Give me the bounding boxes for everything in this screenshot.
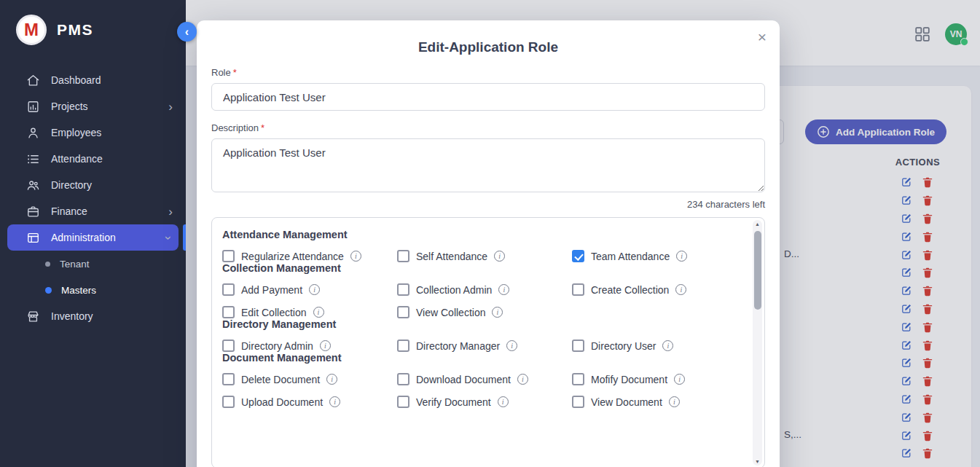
edit-application-role-modal: × Edit-Application Role Role* Descriptio… xyxy=(197,20,780,467)
scrollbar[interactable]: ▲ ▼ xyxy=(753,220,762,466)
role-input[interactable] xyxy=(211,83,765,111)
projects-icon xyxy=(26,100,40,114)
checkbox-add-payment[interactable] xyxy=(222,283,235,296)
checkbox-mofify-document[interactable] xyxy=(572,373,584,385)
sidebar-item-employees[interactable]: Employees xyxy=(0,119,186,146)
description-label: Description* xyxy=(211,122,765,133)
sidebar-item-label: Attendance xyxy=(51,153,103,165)
checkbox-upload-document[interactable] xyxy=(222,396,235,408)
info-icon[interactable]: i xyxy=(313,307,324,318)
required-mark: * xyxy=(233,67,237,78)
checkbox-download-document[interactable] xyxy=(397,373,409,385)
permission-group-title: Document Management xyxy=(222,352,742,364)
permission-item-directory-user: Directory Useri xyxy=(572,340,742,352)
sidebar: M PMS DashboardProjects›EmployeesAttenda… xyxy=(0,0,186,467)
role-label: Role* xyxy=(211,67,765,78)
permission-label: Collection Admin xyxy=(416,284,492,296)
characters-left: 234 characters left xyxy=(211,199,765,210)
sidebar-subitem-label: Masters xyxy=(61,285,96,296)
info-icon[interactable]: i xyxy=(662,340,673,351)
finance-icon xyxy=(26,205,40,219)
permission-label: Mofify Document xyxy=(591,374,667,385)
permission-item-team-attendance: Team Attendancei xyxy=(572,250,742,262)
info-icon[interactable]: i xyxy=(326,374,337,385)
admin-icon xyxy=(26,231,40,245)
info-icon[interactable]: i xyxy=(669,396,680,407)
checkbox-verify-document[interactable] xyxy=(397,396,409,408)
permission-label: Add Payment xyxy=(241,284,302,296)
permission-group-document-management: Document ManagementDelete DocumentiDownl… xyxy=(222,352,742,408)
checkbox-edit-collection[interactable] xyxy=(222,306,235,318)
info-icon[interactable]: i xyxy=(675,284,686,295)
permission-item-create-collection: Create Collectioni xyxy=(572,283,742,296)
permission-group-collection-management: Collection ManagementAdd PaymentiCollect… xyxy=(222,262,742,318)
permission-grid: Regularize AttendanceiSelf AttendanceiTe… xyxy=(222,250,742,262)
permission-group-title: Directory Management xyxy=(222,318,742,330)
sidebar-subitem-tenant[interactable]: Tenant xyxy=(0,251,186,277)
info-icon[interactable]: i xyxy=(492,307,503,318)
info-icon[interactable]: i xyxy=(506,340,517,351)
info-icon[interactable]: i xyxy=(517,374,528,385)
sidebar-item-inventory[interactable]: Inventory xyxy=(0,303,186,329)
checkbox-collection-admin[interactable] xyxy=(397,283,409,296)
permission-label: Self Attendance xyxy=(416,251,487,262)
permissions-panel: Attendance ManagementRegularize Attendan… xyxy=(211,217,765,467)
permission-item-download-document: Download Documenti xyxy=(397,373,568,385)
permission-grid: Add PaymentiCollection AdminiCreate Coll… xyxy=(222,283,742,318)
permission-label: Edit Collection xyxy=(241,307,307,318)
permission-label: Upload Document xyxy=(241,396,323,408)
permission-item-regularize-attendance: Regularize Attendancei xyxy=(222,250,393,262)
info-icon[interactable]: i xyxy=(498,284,509,295)
info-icon[interactable]: i xyxy=(676,251,687,262)
checkbox-directory-manager[interactable] xyxy=(397,340,409,352)
chevron-right-icon: › xyxy=(168,205,173,218)
info-icon[interactable]: i xyxy=(674,374,685,385)
sidebar-collapse-button[interactable]: ‹ xyxy=(177,22,197,42)
description-input[interactable]: Application Test User xyxy=(211,138,765,192)
permission-group-title: Attendance Management xyxy=(222,229,742,240)
permission-group-attendance-management: Attendance ManagementRegularize Attendan… xyxy=(222,229,742,262)
info-icon[interactable]: i xyxy=(498,396,509,407)
info-icon[interactable]: i xyxy=(329,396,340,407)
sidebar-subitem-masters[interactable]: Masters xyxy=(0,277,186,303)
sidebar-item-label: Dashboard xyxy=(51,74,101,86)
sidebar-item-label: Administration xyxy=(51,232,116,243)
sidebar-item-finance[interactable]: Finance› xyxy=(0,198,186,224)
checkbox-create-collection[interactable] xyxy=(572,283,584,296)
person-icon xyxy=(26,126,40,140)
bullet-icon xyxy=(45,262,50,267)
checkbox-directory-admin[interactable] xyxy=(222,340,235,352)
checkbox-team-attendance[interactable] xyxy=(572,250,584,262)
chevron-down-icon: › xyxy=(163,235,176,240)
sidebar-item-administration[interactable]: Administration› xyxy=(7,224,179,251)
app-logo-icon: M xyxy=(16,15,47,45)
checkbox-self-attendance[interactable] xyxy=(397,250,409,262)
required-mark: * xyxy=(261,122,264,133)
info-icon[interactable]: i xyxy=(309,284,320,295)
checkbox-directory-user[interactable] xyxy=(572,340,584,352)
scrollbar-thumb[interactable] xyxy=(754,231,761,310)
sidebar-item-dashboard[interactable]: Dashboard xyxy=(0,67,186,93)
permission-item-directory-manager: Directory Manageri xyxy=(397,340,568,352)
permission-label: Regularize Attendance xyxy=(241,251,344,262)
scroll-down-icon[interactable]: ▼ xyxy=(753,459,762,464)
people-icon xyxy=(26,178,40,192)
scroll-up-icon[interactable]: ▲ xyxy=(753,221,762,227)
info-icon[interactable]: i xyxy=(350,251,361,262)
checkbox-view-collection[interactable] xyxy=(397,306,409,318)
checkbox-view-document[interactable] xyxy=(572,396,584,408)
sidebar-item-projects[interactable]: Projects› xyxy=(0,93,186,119)
checkbox-regularize-attendance[interactable] xyxy=(222,250,235,262)
permission-item-collection-admin: Collection Admini xyxy=(397,283,568,296)
info-icon[interactable]: i xyxy=(494,251,505,262)
permission-label: Delete Document xyxy=(241,374,320,385)
permission-group-directory-management: Directory ManagementDirectory AdminiDire… xyxy=(222,318,742,352)
checkbox-delete-document[interactable] xyxy=(222,373,235,385)
sidebar-nav: DashboardProjects›EmployeesAttendanceDir… xyxy=(0,58,186,329)
info-icon[interactable]: i xyxy=(320,340,331,351)
sidebar-item-directory[interactable]: Directory xyxy=(0,172,186,198)
permission-item-view-document: View Documenti xyxy=(572,396,742,408)
close-icon[interactable]: × xyxy=(758,29,767,44)
permission-group-title: Collection Management xyxy=(222,262,742,274)
sidebar-item-attendance[interactable]: Attendance xyxy=(0,146,186,172)
